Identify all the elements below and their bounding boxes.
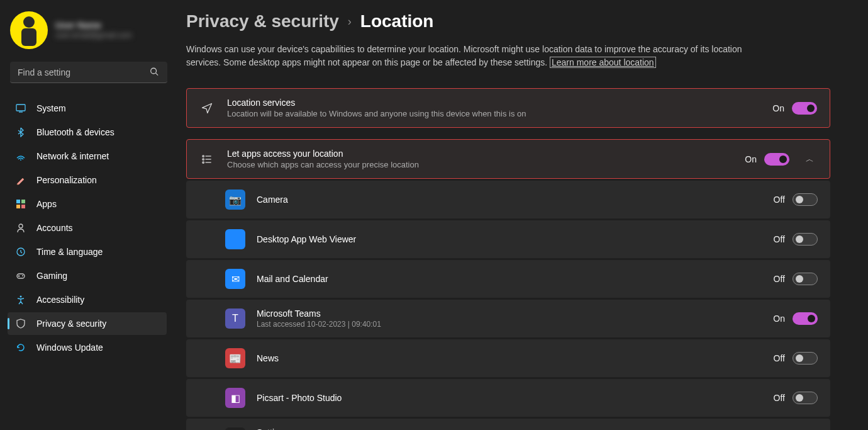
sidebar-item-label: Network & internet xyxy=(36,151,109,161)
breadcrumb: Privacy & security › Location xyxy=(186,11,830,31)
sidebar-item-label: Windows Update xyxy=(36,342,103,353)
description-text: Windows can use your device's capabiliti… xyxy=(186,44,742,67)
sidebar-item-gaming[interactable]: Gaming xyxy=(8,264,167,287)
location-arrow-icon xyxy=(199,101,214,116)
svg-point-20 xyxy=(203,161,204,163)
location-services-title: Location services xyxy=(227,98,760,108)
app-toggle-state: Off xyxy=(774,274,785,284)
app-icon: 📰 xyxy=(225,348,245,368)
app-toggle[interactable] xyxy=(793,352,818,365)
svg-point-6 xyxy=(20,159,21,161)
sidebar-item-label: Privacy & security xyxy=(36,319,106,329)
app-row: TMicrosoft TeamsLast accessed 10-02-2023… xyxy=(186,300,830,337)
breadcrumb-parent[interactable]: Privacy & security xyxy=(186,11,339,31)
learn-more-link[interactable]: Learn more about location xyxy=(550,57,656,68)
sidebar-item-time[interactable]: Time & language xyxy=(8,240,167,263)
app-row: Desktop App Web ViewerOff xyxy=(186,220,830,258)
time-icon xyxy=(15,246,26,257)
sidebar-item-accounts[interactable]: Accounts xyxy=(8,217,167,239)
sidebar-item-update[interactable]: Windows Update xyxy=(8,336,167,359)
sidebar-item-label: Accounts xyxy=(36,223,73,233)
let-apps-card[interactable]: Let apps access your location Choose whi… xyxy=(186,139,830,179)
gaming-icon xyxy=(15,270,26,281)
app-toggle-state: Off xyxy=(774,234,785,244)
app-toggle-state: Off xyxy=(774,195,785,205)
sidebar-item-privacy[interactable]: Privacy & security xyxy=(8,312,167,335)
sidebar-item-system[interactable]: System xyxy=(8,97,167,120)
app-toggle-state: Off xyxy=(774,353,785,363)
app-last-accessed: Last accessed 10-02-2023 | 09:40:01 xyxy=(257,320,762,329)
app-row: 📰NewsOff xyxy=(186,339,830,377)
location-services-toggle[interactable] xyxy=(792,102,817,115)
sidebar-item-network[interactable]: Network & internet xyxy=(8,145,167,167)
let-apps-toggle[interactable] xyxy=(764,153,789,166)
location-services-card[interactable]: Location services Location will be avail… xyxy=(186,88,830,128)
app-name: Settings xyxy=(257,427,762,430)
search-input[interactable] xyxy=(10,62,167,83)
profile-email: user.email@gmail.com xyxy=(55,31,132,41)
app-icon xyxy=(225,229,245,249)
app-name: News xyxy=(257,353,762,363)
let-apps-title: Let apps access your location xyxy=(227,149,732,159)
privacy-icon xyxy=(15,318,26,329)
chevron-up-icon[interactable]: ︿ xyxy=(802,154,817,165)
app-toggle[interactable] xyxy=(793,193,818,206)
let-apps-state: On xyxy=(745,154,757,164)
app-toggle-state: Off xyxy=(774,393,785,403)
app-name: Mail and Calendar xyxy=(257,274,762,284)
app-row: ◧Picsart - Photo StudioOff xyxy=(186,379,830,417)
app-name: Desktop App Web Viewer xyxy=(257,234,762,244)
svg-point-18 xyxy=(203,158,204,160)
sidebar-item-accessibility[interactable]: Accessibility xyxy=(8,288,167,311)
app-icon: ◧ xyxy=(225,388,245,408)
svg-rect-8 xyxy=(21,200,25,203)
sidebar-item-label: Bluetooth & devices xyxy=(36,127,114,137)
sidebar-item-apps[interactable]: Apps xyxy=(8,193,167,215)
nav-list: SystemBluetooth & devicesNetwork & inter… xyxy=(8,97,175,359)
page-title: Location xyxy=(360,11,434,31)
app-toggle[interactable] xyxy=(793,312,818,325)
app-toggle[interactable] xyxy=(793,233,818,246)
sidebar-item-label: Gaming xyxy=(36,271,67,281)
sidebar-item-label: Accessibility xyxy=(36,295,84,305)
app-name: Picsart - Photo Studio xyxy=(257,393,762,403)
sidebar-item-label: Time & language xyxy=(36,247,103,257)
svg-point-11 xyxy=(19,224,23,228)
sidebar-item-personalization[interactable]: Personalization xyxy=(8,169,167,191)
location-services-sub: Location will be available to Windows an… xyxy=(227,109,760,118)
profile-name: User Name xyxy=(55,20,132,31)
sidebar-item-label: Personalization xyxy=(36,175,97,185)
svg-point-15 xyxy=(20,296,22,298)
apps-icon xyxy=(15,198,26,210)
app-icon: ✉ xyxy=(225,269,245,289)
system-icon xyxy=(15,103,26,114)
app-icon: T xyxy=(225,308,245,329)
location-services-state: On xyxy=(772,103,784,113)
accounts-icon xyxy=(15,222,26,234)
svg-rect-1 xyxy=(21,28,36,46)
personalization-icon xyxy=(15,174,26,186)
sidebar: User Name user.email@gmail.com SystemBlu… xyxy=(0,0,182,430)
app-icon: 📷 xyxy=(225,190,245,210)
app-toggle[interactable] xyxy=(793,273,818,285)
accessibility-icon xyxy=(15,294,26,305)
network-icon xyxy=(15,150,26,162)
svg-rect-4 xyxy=(16,105,25,111)
search-box xyxy=(10,62,172,83)
bluetooth-icon xyxy=(15,127,26,138)
page-description: Windows can use your device's capabiliti… xyxy=(186,43,752,69)
let-apps-sub: Choose which apps can access your precis… xyxy=(227,160,732,169)
avatar xyxy=(10,11,48,49)
app-toggle[interactable] xyxy=(793,392,818,404)
app-list: 📷CameraOffDesktop App Web ViewerOff✉Mail… xyxy=(186,181,830,430)
svg-point-0 xyxy=(23,16,35,28)
sidebar-item-label: Apps xyxy=(36,199,57,209)
svg-rect-10 xyxy=(21,205,25,208)
app-row: ✉Mail and CalendarOff xyxy=(186,260,830,298)
app-toggle-state: On xyxy=(773,314,785,324)
app-icon: ⚙ xyxy=(225,427,245,430)
app-name: Camera xyxy=(257,195,762,205)
sidebar-item-bluetooth[interactable]: Bluetooth & devices xyxy=(8,121,167,144)
main-content: Privacy & security › Location Windows ca… xyxy=(182,0,868,430)
profile-block[interactable]: User Name user.email@gmail.com xyxy=(8,11,175,62)
